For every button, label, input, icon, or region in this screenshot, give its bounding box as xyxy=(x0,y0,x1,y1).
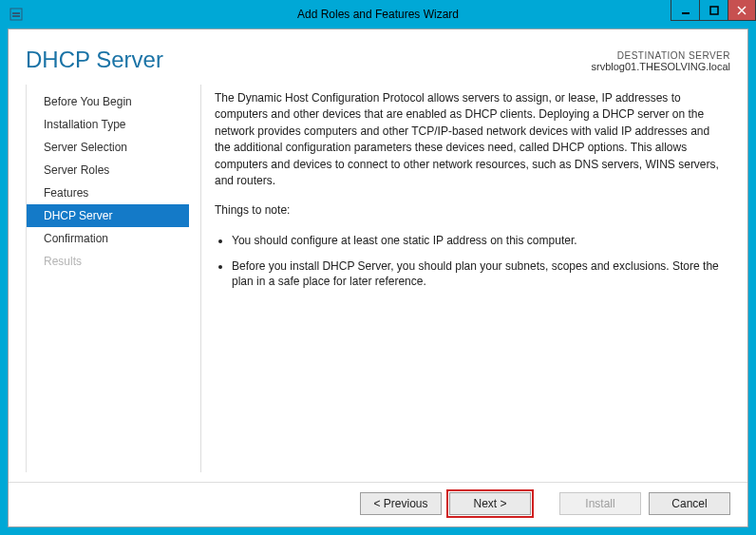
footer: < Previous Next > Install Cancel xyxy=(9,482,747,526)
body: Before You Begin Installation Type Serve… xyxy=(9,85,747,482)
destination-name: srvblog01.THESOLVING.local xyxy=(591,61,730,72)
header: DHCP Server DESTINATION SERVER srvblog01… xyxy=(9,29,747,85)
svg-rect-4 xyxy=(710,7,718,14)
destination-block: DESTINATION SERVER srvblog01.THESOLVING.… xyxy=(591,50,730,72)
maximize-button[interactable] xyxy=(699,0,728,21)
nav-features[interactable]: Features xyxy=(27,182,189,204)
previous-button[interactable]: < Previous xyxy=(360,492,442,515)
wizard-nav: Before You Begin Installation Type Serve… xyxy=(26,85,189,472)
svg-rect-3 xyxy=(682,12,690,14)
wizard-window: Add Roles and Features Wizard DHCP Serve… xyxy=(0,0,756,535)
nav-server-selection[interactable]: Server Selection xyxy=(27,136,189,159)
intro-text: The Dynamic Host Configuration Protocol … xyxy=(215,90,725,189)
content: The Dynamic Host Configuration Protocol … xyxy=(201,85,730,472)
svg-rect-2 xyxy=(12,15,20,17)
minimize-button[interactable] xyxy=(671,0,699,21)
nav-server-roles[interactable]: Server Roles xyxy=(27,159,189,182)
window-title: Add Roles and Features Wizard xyxy=(0,8,756,21)
close-button[interactable] xyxy=(728,0,756,21)
nav-results: Results xyxy=(27,250,189,273)
nav-dhcp-server[interactable]: DHCP Server xyxy=(27,204,189,227)
titlebar: Add Roles and Features Wizard xyxy=(0,0,756,29)
note-heading: Things to note: xyxy=(215,202,725,219)
destination-label: DESTINATION SERVER xyxy=(591,50,730,61)
button-gap xyxy=(539,492,552,515)
note-item: Before you install DHCP Server, you shou… xyxy=(232,258,725,291)
svg-rect-1 xyxy=(12,12,20,14)
next-button[interactable]: Next > xyxy=(449,492,531,515)
window-controls xyxy=(671,0,756,21)
nav-installation-type[interactable]: Installation Type xyxy=(27,113,189,136)
install-button: Install xyxy=(559,492,641,515)
cancel-button[interactable]: Cancel xyxy=(649,492,730,515)
page-title: DHCP Server xyxy=(26,47,591,73)
note-item: You should configure at least one static… xyxy=(232,233,725,249)
nav-confirmation[interactable]: Confirmation xyxy=(27,227,189,250)
app-icon xyxy=(8,6,25,23)
client-area: DHCP Server DESTINATION SERVER srvblog01… xyxy=(8,29,748,527)
nav-before-you-begin[interactable]: Before You Begin xyxy=(27,90,189,113)
note-list: You should configure at least one static… xyxy=(215,233,725,290)
